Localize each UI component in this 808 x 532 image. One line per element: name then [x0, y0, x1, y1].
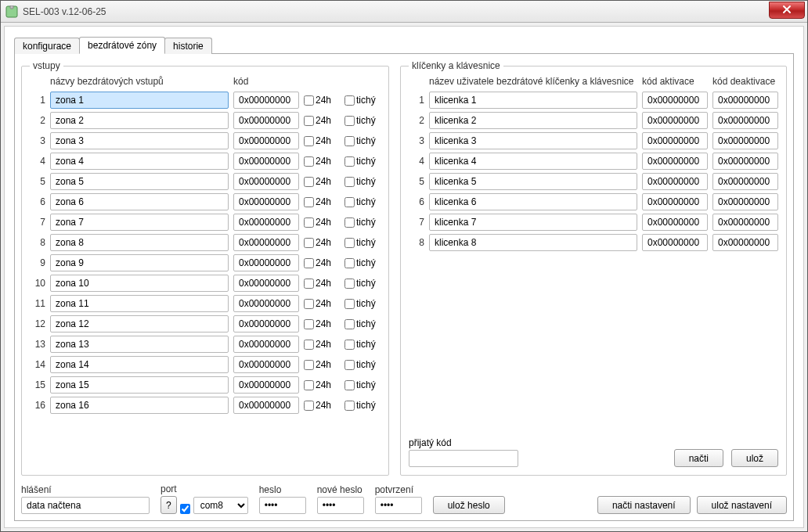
- zone-code-input[interactable]: [233, 275, 299, 292]
- zone-code-input[interactable]: [233, 376, 299, 394]
- zone-silent-checkbox[interactable]: [344, 177, 355, 187]
- zone-code-input[interactable]: [233, 254, 299, 271]
- zone-name-input[interactable]: [50, 295, 229, 312]
- zone-24h-checkbox[interactable]: [304, 136, 314, 146]
- zone-code-input[interactable]: [233, 173, 299, 190]
- zone-name-input[interactable]: [50, 132, 229, 149]
- zone-code-input[interactable]: [233, 132, 299, 149]
- zone-24h-checkbox[interactable]: [304, 299, 314, 309]
- zone-24h-checkbox[interactable]: [304, 340, 314, 350]
- keyfob-deactivate-input[interactable]: [712, 153, 778, 170]
- zone-code-input[interactable]: [233, 214, 299, 231]
- zone-24h-checkbox[interactable]: [304, 319, 314, 329]
- zone-name-input[interactable]: [50, 275, 229, 292]
- zone-code-input[interactable]: [233, 112, 299, 129]
- received-code-input[interactable]: [409, 450, 518, 467]
- zone-24h-checkbox[interactable]: [304, 401, 314, 411]
- zone-24h-checkbox[interactable]: [304, 360, 314, 370]
- keyfob-name-input[interactable]: [429, 153, 637, 170]
- keyfob-deactivate-input[interactable]: [712, 193, 778, 210]
- keyfob-name-input[interactable]: [429, 234, 637, 251]
- zone-name-input[interactable]: [50, 112, 229, 129]
- zone-name-input[interactable]: [50, 92, 229, 109]
- save-settings-button[interactable]: ulož nastavení: [697, 496, 787, 514]
- zone-name-input[interactable]: [50, 336, 229, 353]
- keyfob-activate-input[interactable]: [642, 173, 708, 190]
- keyfob-activate-input[interactable]: [642, 153, 708, 170]
- zone-code-input[interactable]: [233, 193, 299, 210]
- zone-silent-checkbox[interactable]: [344, 156, 355, 167]
- tab-bezdratove-zony[interactable]: bezdrátové zóny: [79, 37, 165, 54]
- read-button[interactable]: načti: [674, 449, 723, 467]
- zone-name-input[interactable]: [50, 315, 229, 332]
- keyfob-deactivate-input[interactable]: [712, 214, 778, 231]
- zone-silent-checkbox[interactable]: [344, 238, 355, 248]
- pw-field[interactable]: [259, 497, 306, 514]
- save-button[interactable]: ulož: [731, 449, 778, 467]
- keyfob-name-input[interactable]: [429, 132, 637, 149]
- zone-name-input[interactable]: [50, 254, 229, 271]
- zone-name-input[interactable]: [50, 356, 229, 373]
- keyfob-deactivate-input[interactable]: [712, 92, 778, 109]
- zone-silent-checkbox[interactable]: [344, 95, 355, 106]
- keyfob-name-input[interactable]: [429, 173, 637, 190]
- confirm-field[interactable]: [375, 497, 422, 514]
- tab-historie[interactable]: historie: [164, 38, 212, 54]
- zone-code-input[interactable]: [233, 336, 299, 353]
- zone-silent-checkbox[interactable]: [344, 299, 355, 309]
- zone-name-input[interactable]: [50, 173, 229, 190]
- keyfob-activate-input[interactable]: [642, 214, 708, 231]
- zone-silent-checkbox[interactable]: [344, 136, 355, 146]
- zone-24h-checkbox[interactable]: [304, 258, 314, 268]
- zone-24h-checkbox[interactable]: [304, 380, 314, 390]
- zone-24h-checkbox[interactable]: [304, 95, 314, 106]
- zone-name-input[interactable]: [50, 193, 229, 210]
- keyfob-name-input[interactable]: [429, 193, 637, 210]
- keyfob-activate-input[interactable]: [642, 92, 708, 109]
- zone-name-input[interactable]: [50, 234, 229, 251]
- zone-name-input[interactable]: [50, 214, 229, 231]
- zone-code-input[interactable]: [233, 92, 299, 109]
- help-button[interactable]: ?: [161, 496, 177, 514]
- zone-silent-checkbox[interactable]: [344, 360, 355, 370]
- port-select[interactable]: com8: [193, 497, 248, 514]
- port-enable-checkbox[interactable]: [180, 504, 190, 514]
- zone-24h-checkbox[interactable]: [304, 279, 314, 289]
- keyfob-name-input[interactable]: [429, 92, 637, 109]
- keyfob-deactivate-input[interactable]: [712, 132, 778, 149]
- zone-code-input[interactable]: [233, 356, 299, 373]
- zone-name-input[interactable]: [50, 397, 229, 414]
- zone-silent-checkbox[interactable]: [344, 279, 355, 289]
- keyfob-name-input[interactable]: [429, 214, 637, 231]
- zone-24h-checkbox[interactable]: [304, 116, 314, 126]
- keyfob-deactivate-input[interactable]: [712, 112, 778, 129]
- keyfob-activate-input[interactable]: [642, 132, 708, 149]
- zone-24h-checkbox[interactable]: [304, 197, 314, 207]
- zone-24h-checkbox[interactable]: [304, 156, 314, 167]
- status-field[interactable]: [21, 497, 150, 514]
- zone-silent-checkbox[interactable]: [344, 197, 355, 207]
- save-password-button[interactable]: ulož heslo: [433, 496, 505, 514]
- zone-code-input[interactable]: [233, 153, 299, 170]
- zone-code-input[interactable]: [233, 315, 299, 332]
- zone-silent-checkbox[interactable]: [344, 319, 355, 329]
- zone-24h-checkbox[interactable]: [304, 177, 314, 187]
- zone-name-input[interactable]: [50, 376, 229, 394]
- keyfob-activate-input[interactable]: [642, 234, 708, 251]
- zone-silent-checkbox[interactable]: [344, 258, 355, 268]
- zone-silent-checkbox[interactable]: [344, 116, 355, 126]
- zone-silent-checkbox[interactable]: [344, 401, 355, 411]
- zone-silent-checkbox[interactable]: [344, 340, 355, 350]
- zone-code-input[interactable]: [233, 397, 299, 414]
- close-button[interactable]: [769, 2, 805, 19]
- keyfob-deactivate-input[interactable]: [712, 234, 778, 251]
- keyfob-name-input[interactable]: [429, 112, 637, 129]
- newpw-field[interactable]: [317, 497, 364, 514]
- read-settings-button[interactable]: načti nastavení: [597, 496, 691, 514]
- keyfob-activate-input[interactable]: [642, 193, 708, 210]
- zone-24h-checkbox[interactable]: [304, 238, 314, 248]
- zone-name-input[interactable]: [50, 153, 229, 170]
- keyfob-deactivate-input[interactable]: [712, 173, 778, 190]
- keyfob-activate-input[interactable]: [642, 112, 708, 129]
- zone-code-input[interactable]: [233, 234, 299, 251]
